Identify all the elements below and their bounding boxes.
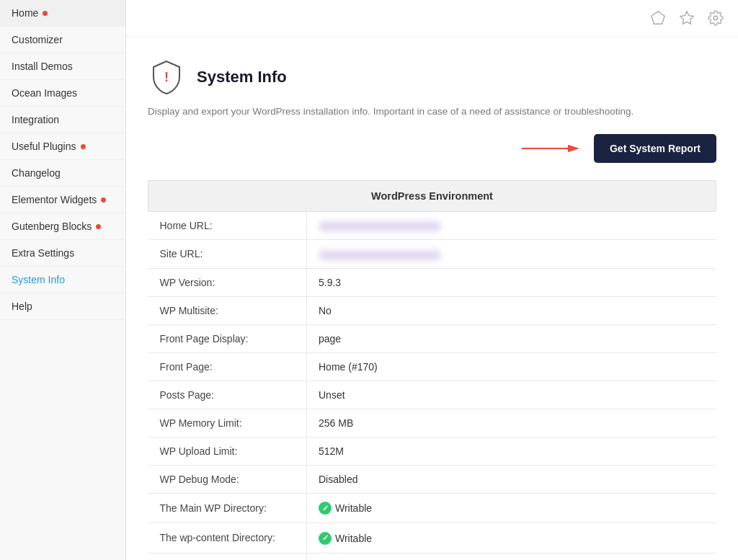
sidebar-item-help[interactable]: Help xyxy=(0,293,125,320)
sidebar-item-extra-settings[interactable]: Extra Settings xyxy=(0,240,125,267)
row-value: Unset xyxy=(307,381,716,409)
sidebar: HomeCustomizerInstall DemosOcean ImagesI… xyxy=(0,0,126,560)
sidebar-item-elementor-widgets[interactable]: Elementor Widgets xyxy=(0,187,125,213)
svg-text:!: ! xyxy=(164,70,169,84)
sidebar-item-home[interactable]: Home xyxy=(0,0,125,27)
row-value: 256 MB xyxy=(307,409,716,437)
row-value: Home (#170) xyxy=(307,352,716,381)
diamond-icon[interactable] xyxy=(650,10,666,26)
sidebar-item-label: Useful Plugins xyxy=(12,141,76,152)
page-subtitle: Display and export your WordPress instal… xyxy=(148,106,716,117)
sidebar-item-label: Elementor Widgets xyxy=(12,194,97,205)
row-value xyxy=(307,212,716,240)
row-value: 5.9.3 xyxy=(307,268,716,296)
row-value: Writable xyxy=(307,553,716,560)
topbar xyxy=(126,0,738,37)
writable-label: Writable xyxy=(335,533,372,544)
row-label: WP Memory Limit: xyxy=(148,409,307,437)
svg-point-2 xyxy=(713,16,718,20)
sidebar-item-system-info[interactable]: System Info xyxy=(0,267,125,293)
blurred-value xyxy=(319,250,441,260)
table-row: WP Multisite:No xyxy=(148,296,716,324)
button-row: Get System Report xyxy=(148,134,716,163)
row-label: Site URL: xyxy=(148,240,307,268)
row-label: Home URL: xyxy=(148,212,307,240)
row-value: Disabled xyxy=(307,465,716,493)
sidebar-item-ocean-images[interactable]: Ocean Images xyxy=(0,80,125,107)
sidebar-item-label: Integration xyxy=(12,114,59,125)
content-area: ! System Info Display and export your Wo… xyxy=(126,37,738,560)
row-value: Writable xyxy=(307,523,716,554)
notification-dot xyxy=(96,224,101,229)
row-label: The wp-content Directory: xyxy=(148,523,307,554)
row-label: The uploads Directory: xyxy=(148,553,307,560)
row-label: WP Debug Mode: xyxy=(148,465,307,493)
table-row: Site URL: xyxy=(148,240,716,268)
row-label: Posts Page: xyxy=(148,381,307,409)
page-header: ! System Info xyxy=(148,58,716,96)
table-row: Front Page:Home (#170) xyxy=(148,352,716,381)
arrow-indicator xyxy=(522,140,579,157)
notification-dot xyxy=(101,197,106,203)
row-value: 512M xyxy=(307,437,716,465)
shield-icon: ! xyxy=(148,58,185,96)
sidebar-item-changelog[interactable]: Changelog xyxy=(0,160,125,187)
sidebar-item-customizer[interactable]: Customizer xyxy=(0,27,125,53)
blurred-value xyxy=(319,221,441,231)
writable-badge: Writable xyxy=(319,532,372,545)
table-row: Front Page Display:page xyxy=(148,324,716,352)
system-info-table: WordPress Environment Home URL:Site URL:… xyxy=(148,180,716,560)
table-row: Home URL: xyxy=(148,212,716,240)
svg-marker-5 xyxy=(568,145,579,153)
check-circle-icon xyxy=(319,502,332,515)
row-value: No xyxy=(307,296,716,324)
check-circle-icon xyxy=(319,532,332,545)
sidebar-item-label: Home xyxy=(12,7,38,19)
table-row: WP Version:5.9.3 xyxy=(148,268,716,296)
star-icon[interactable] xyxy=(679,10,695,26)
row-label: Front Page Display: xyxy=(148,324,307,352)
sidebar-item-label: Gutenberg Blocks xyxy=(12,221,92,232)
table-row: The wp-content Directory:Writable xyxy=(148,523,716,554)
page-title: System Info xyxy=(197,68,287,86)
table-row: The Main WP Directory:Writable xyxy=(148,493,716,523)
row-label: WP Multisite: xyxy=(148,296,307,324)
row-value xyxy=(307,240,716,268)
get-system-report-button[interactable]: Get System Report xyxy=(594,134,716,163)
row-value: page xyxy=(307,324,716,352)
sidebar-item-label: Help xyxy=(12,301,32,312)
sidebar-item-label: Install Demos xyxy=(12,61,73,72)
table-row: WP Memory Limit:256 MB xyxy=(148,409,716,437)
notification-dot xyxy=(43,11,48,16)
table-row: Posts Page:Unset xyxy=(148,381,716,409)
writable-badge: Writable xyxy=(319,502,372,515)
main-content: ! System Info Display and export your Wo… xyxy=(126,0,738,560)
row-label: The Main WP Directory: xyxy=(148,493,307,523)
sidebar-item-install-demos[interactable]: Install Demos xyxy=(0,53,125,80)
row-label: WP Upload Limit: xyxy=(148,437,307,465)
sidebar-item-label: System Info xyxy=(12,274,65,285)
settings-icon[interactable] xyxy=(708,10,724,26)
sidebar-item-label: Customizer xyxy=(12,34,63,45)
sidebar-item-gutenberg-blocks[interactable]: Gutenberg Blocks xyxy=(0,213,125,240)
writable-label: Writable xyxy=(335,502,372,514)
sidebar-item-label: Ocean Images xyxy=(12,87,77,99)
notification-dot xyxy=(81,144,86,149)
row-label: WP Version: xyxy=(148,268,307,296)
sidebar-item-label: Changelog xyxy=(12,167,61,179)
table-row: WP Upload Limit:512M xyxy=(148,437,716,465)
table-row: The uploads Directory:Writable xyxy=(148,553,716,560)
svg-marker-0 xyxy=(652,12,664,24)
row-value: Writable xyxy=(307,493,716,523)
sidebar-item-useful-plugins[interactable]: Useful Plugins xyxy=(0,133,125,160)
table-section-header: WordPress Environment xyxy=(148,181,716,212)
svg-marker-1 xyxy=(680,12,693,24)
sidebar-item-label: Extra Settings xyxy=(12,247,74,259)
sidebar-item-integration[interactable]: Integration xyxy=(0,107,125,133)
row-label: Front Page: xyxy=(148,352,307,381)
table-row: WP Debug Mode:Disabled xyxy=(148,465,716,493)
